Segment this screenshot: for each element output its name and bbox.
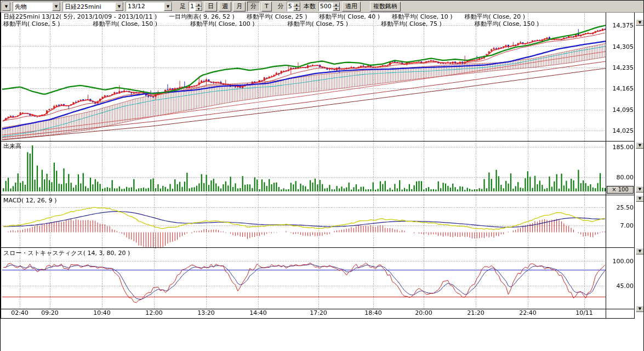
triangle-down-icon: ▼ [639, 21, 641, 25]
symbol-combo[interactable]: 日経225mini ▼ [62, 2, 124, 12]
chevron-down-icon[interactable]: ▼ [2, 2, 10, 11]
volume-unit-box: × 100 [607, 186, 634, 194]
chevron-down-icon[interactable]: ▼ [164, 2, 172, 11]
triangle-down-icon: ▼ [639, 250, 641, 253]
scroll-down-button[interactable]: ▼ [636, 305, 644, 312]
interval-value: 1 [189, 2, 195, 11]
chevron-down-icon[interactable]: ▼ [52, 2, 60, 11]
macd-pane-label: MACD( 12, 26, 9 ) [3, 197, 57, 204]
category-combo-value: 先物 [13, 2, 52, 11]
time-axis-label: 18:40 [362, 309, 384, 316]
legend-item: 移動平均( Close, 10 ) [392, 13, 453, 20]
macd-tick-label: 25.50 [607, 204, 634, 211]
triangle-down-icon: ▼ [639, 307, 641, 311]
toolbar: ▼ 先物 ▼ 日経225mini ▼ 13/12 ▼ 足 1 ▲▼ 日 週 月 … [1, 1, 643, 13]
legend-item: 移動平均( Close, 150 ) [93, 20, 158, 27]
scroll-down-button[interactable]: ▼ [636, 248, 644, 254]
price-tick-label: 14,025 [607, 127, 634, 134]
price-tick-label: 14,165 [607, 85, 634, 92]
legend-item: 移動平均( Close, 100 ) [190, 20, 255, 27]
price-tick-label: 14,305 [607, 43, 634, 50]
legend-item: 移動平均( Close, 75 ) [381, 20, 442, 27]
chevron-down-icon[interactable]: ▼ [115, 2, 123, 11]
legend-item: 移動平均( Close, 20 ) [465, 13, 526, 20]
minute-spinner[interactable]: 5 ▲▼ [287, 2, 301, 12]
time-axis-label: 02:40 [9, 309, 31, 316]
time-axis-label: 10/11 [573, 309, 595, 316]
legend-item: 移動平均( Close, 150 ) [475, 20, 539, 27]
multi-symbol-button[interactable]: 複数銘柄 [370, 2, 401, 12]
stoch-tick-label: 100.00 [607, 258, 634, 265]
interval-spinner[interactable]: 1 ▲▼ [189, 2, 203, 12]
contract-combo[interactable]: 13/12 ▼ [126, 2, 173, 12]
minute-value: 5 [287, 2, 293, 11]
scroll-down-button[interactable]: ▼ [636, 195, 644, 202]
period-tick-button[interactable]: T [261, 2, 272, 12]
mini-combo[interactable]: ▼ [2, 2, 11, 12]
spin-up-icon[interactable]: ▲ [195, 2, 202, 7]
scroll-down-button[interactable]: ▼ [636, 19, 644, 26]
spin-up-icon[interactable]: ▲ [293, 2, 300, 7]
period-week-button[interactable]: 週 [219, 2, 231, 12]
minute-label: 分 [277, 2, 285, 10]
time-axis-label: 10:40 [91, 309, 113, 316]
volume-tick-label: 185.00 [607, 144, 634, 151]
triangle-down-icon: ▼ [639, 144, 641, 148]
bars-value: 500 [319, 2, 333, 11]
period-minute-button[interactable]: 分 [247, 2, 260, 12]
time-axis-label: 13:20 [195, 309, 217, 316]
legend-item: 移動平均( Close, 75 ) [288, 20, 349, 27]
legend-item: 移動平均( Close, 25 ) [247, 13, 307, 20]
bars-label: 本数 [303, 2, 317, 10]
time-axis-label: 12:00 [143, 309, 165, 316]
volume-pane-label: 出来高 [3, 142, 21, 150]
time-axis-label: 09:20 [39, 309, 61, 316]
period-day-button[interactable]: 日 [204, 2, 217, 12]
volume-tick-label: 80.00 [607, 174, 634, 181]
time-axis-label: 21:20 [465, 309, 487, 316]
legend-item: 日経225mini 13/12( 5分, 2013/10/09 - 2013/1… [3, 13, 157, 20]
spin-up-icon[interactable]: ▲ [333, 2, 340, 7]
ashi-label: 足 [179, 2, 187, 10]
price-tick-label: 14,095 [607, 106, 634, 114]
symbol-combo-value: 日経225mini [63, 2, 115, 11]
legend-item: 一目均衡表( 9, 26, 52 ) [169, 13, 235, 20]
chart-application-window: ▼ 先物 ▼ 日経225mini ▼ 13/12 ▼ 足 1 ▲▼ 日 週 月 … [0, 0, 644, 351]
price-tick-label: 14,375 [607, 22, 634, 29]
spin-down-icon[interactable]: ▼ [293, 7, 300, 11]
triangle-down-icon: ▼ [639, 197, 641, 201]
price-tick-label: 14,235 [607, 64, 634, 71]
stoch-tick-label: 45.00 [607, 282, 634, 290]
category-combo[interactable]: 先物 ▼ [13, 2, 61, 12]
bars-spinner[interactable]: 500 ▲▼ [318, 2, 340, 12]
time-axis-label: 14:40 [247, 309, 269, 316]
apply-button[interactable]: 適用 [342, 2, 361, 12]
legend-item: 移動平均( Close, 40 ) [319, 13, 380, 20]
time-axis-label: 22:40 [517, 309, 539, 316]
time-axis-label: 17:20 [307, 309, 329, 316]
triangle-down-icon: ▼ [639, 188, 641, 191]
spin-down-icon[interactable]: ▼ [333, 7, 340, 11]
contract-combo-value: 13/12 [126, 2, 164, 11]
legend-item: 移動平均( Close, 5 ) [3, 20, 60, 27]
legend-line-2: 移動平均( Close, 5 )移動平均( Close, 150 )移動平均( … [3, 21, 551, 27]
time-axis-label: 20:00 [413, 309, 435, 316]
macd-tick-label: 7.00 [607, 222, 634, 229]
period-month-button[interactable]: 月 [233, 2, 246, 12]
legend-line-1: 日経225mini 13/12( 5分, 2013/10/09 - 2013/1… [3, 14, 537, 20]
scroll-down-button[interactable]: ▼ [636, 186, 644, 193]
scroll-down-button[interactable]: ▼ [636, 142, 644, 149]
spin-down-icon[interactable]: ▼ [195, 7, 202, 11]
stochastics-pane-label: スロー・ストキャスティクス( 14, 3, 80, 20 ) [3, 249, 130, 257]
price-chart-canvas[interactable] [1, 13, 644, 319]
